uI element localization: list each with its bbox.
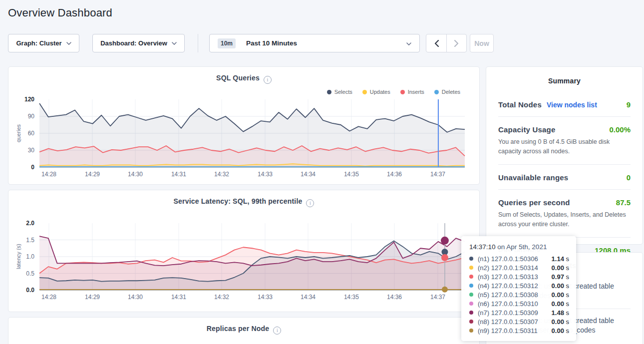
x-axis-tick: 14:37 bbox=[430, 294, 445, 301]
x-axis-tick: 14:34 bbox=[301, 171, 316, 178]
info-icon[interactable]: i bbox=[264, 76, 272, 84]
summary-row-unavailable-ranges: Unavailable ranges 0 bbox=[498, 165, 631, 190]
controls-divider bbox=[198, 34, 198, 52]
replicas-per-node-card: Replicas per Nodei bbox=[8, 317, 480, 344]
dashboard-dropdown[interactable]: Dashboard: Overview bbox=[92, 34, 185, 52]
legend-item[interactable]: Deletes bbox=[434, 89, 460, 95]
now-button[interactable]: Now bbox=[470, 34, 494, 52]
series-color-dot bbox=[469, 311, 473, 315]
y-axis-tick: 0.0 bbox=[8, 286, 34, 294]
time-range-label: Past 10 Minutes bbox=[246, 39, 297, 47]
tooltip-series-row: (n7) 127.0.0.1:503091.48 s bbox=[469, 308, 569, 317]
chevron-down-icon bbox=[172, 42, 177, 45]
chart-title: SQL Queries bbox=[216, 74, 260, 82]
summary-row-capacity: Capacity Usage 0.00% You are using 0 B o… bbox=[498, 117, 631, 165]
tooltip-node-name: (n3) 127.0.0.1:50313 bbox=[478, 273, 538, 281]
tooltip-node-value: 0.00 s bbox=[552, 318, 569, 326]
tooltip-series-row: (n6) 127.0.0.1:503100.00 s bbox=[469, 299, 569, 308]
summary-value: 0.00% bbox=[609, 125, 631, 134]
graph-scope-label: Graph: Cluster bbox=[16, 39, 61, 47]
summary-title: Summary bbox=[486, 67, 643, 85]
tooltip-node-value: 1.14 s bbox=[552, 255, 569, 263]
dashboard-dropdown-label: Dashboard: Overview bbox=[100, 39, 167, 47]
tooltip-node-value: 0.00 s bbox=[552, 291, 569, 299]
x-axis-tick: 14:35 bbox=[344, 171, 359, 178]
chevron-left-icon bbox=[434, 40, 439, 47]
summary-value: 0 bbox=[627, 173, 631, 182]
legend-label: Deletes bbox=[442, 89, 460, 95]
sql-queries-plot[interactable]: 030609012014:2814:2914:3014:3114:3214:33… bbox=[8, 99, 479, 179]
tooltip-node-value: 0.00 s bbox=[552, 300, 569, 308]
x-axis-tick: 14:29 bbox=[85, 171, 100, 178]
x-axis-tick: 14:35 bbox=[344, 294, 359, 301]
tooltip-node-value: 1.48 s bbox=[552, 309, 569, 317]
sql-queries-card: SQL Queriesi SelectsUpdatesInsertsDelete… bbox=[8, 66, 480, 185]
x-axis-tick: 14:30 bbox=[128, 171, 143, 178]
view-nodes-list-link[interactable]: View nodes list bbox=[547, 101, 597, 109]
series-color-dot bbox=[469, 302, 473, 306]
graph-scope-dropdown[interactable]: Graph: Cluster bbox=[8, 34, 79, 52]
tooltip-series-row: (n3) 127.0.0.1:503130.97 s bbox=[469, 272, 569, 281]
summary-label: Queries per second bbox=[498, 198, 570, 207]
x-axis-tick: 14:36 bbox=[387, 294, 402, 301]
summary-row-qps: Queries per second 87.5 Sum of Selects, … bbox=[498, 190, 631, 238]
tooltip-node-name: (n7) 127.0.0.1:50309 bbox=[478, 309, 538, 317]
chart-title: Service Latency: SQL, 99th percentile bbox=[174, 197, 303, 205]
legend-item[interactable]: Inserts bbox=[400, 89, 424, 95]
series-color-dot bbox=[400, 90, 405, 94]
tooltip-node-value: 0.00 s bbox=[552, 282, 569, 290]
chevron-right-icon bbox=[454, 40, 459, 47]
time-range-dropdown[interactable]: 10m Past 10 Minutes bbox=[209, 34, 420, 52]
chevron-down-icon bbox=[66, 42, 71, 45]
tooltip-node-value: 0.00 s bbox=[552, 327, 569, 335]
tooltip-node-value: 0.97 s bbox=[552, 273, 569, 281]
legend-item[interactable]: Selects bbox=[327, 89, 352, 95]
legend-item[interactable]: Updates bbox=[362, 89, 390, 95]
summary-panel: Summary Total Nodes View nodes list 9 Ca… bbox=[486, 66, 643, 245]
x-axis-tick: 14:34 bbox=[301, 294, 316, 301]
tooltip-node-name: (n9) 127.0.0.1:50311 bbox=[478, 327, 538, 335]
y-axis-tick: 1.0 bbox=[8, 253, 34, 261]
tooltip-series-row: (n8) 127.0.0.1:503070.00 s bbox=[469, 317, 569, 326]
summary-description: Sum of Selects, Updates, Inserts, and De… bbox=[498, 210, 631, 230]
x-axis-tick: 14:29 bbox=[85, 294, 100, 301]
tooltip-node-name: (n8) 127.0.0.1:50307 bbox=[478, 318, 538, 326]
tooltip-node-value: 0.00 s bbox=[552, 264, 569, 272]
x-axis-tick: 14:33 bbox=[258, 171, 273, 178]
y-axis-tick: 1.5 bbox=[8, 236, 34, 244]
tooltip-series-row: (n4) 127.0.0.1:503120.00 s bbox=[469, 281, 569, 290]
prev-interval-button[interactable] bbox=[426, 34, 446, 52]
service-latency-plot[interactable]: 0.00.51.01.52.014:2814:2914:3014:3114:32… bbox=[8, 223, 479, 302]
series-color-dot bbox=[469, 329, 473, 333]
info-icon[interactable]: i bbox=[273, 327, 281, 335]
legend-label: Updates bbox=[370, 89, 390, 95]
chart-hover-tooltip: 14:37:10 on Apr 5th, 2021 (n1) 127.0.0.1… bbox=[461, 236, 576, 341]
series-color-dot bbox=[469, 275, 473, 279]
y-axis-tick: 120 bbox=[8, 95, 34, 103]
y-axis-tick: 90 bbox=[8, 112, 34, 120]
page-title: Overview Dashboard bbox=[8, 6, 112, 19]
chevron-down-icon bbox=[406, 42, 411, 45]
x-axis-tick: 14:32 bbox=[214, 171, 229, 178]
x-axis-tick: 14:30 bbox=[128, 294, 143, 301]
summary-value: 87.5 bbox=[616, 198, 631, 207]
series-color-dot bbox=[469, 266, 473, 270]
tooltip-series-row: (n5) 127.0.0.1:503080.00 s bbox=[469, 290, 569, 299]
info-icon[interactable]: i bbox=[306, 199, 314, 207]
legend-label: Inserts bbox=[408, 89, 424, 95]
summary-row-total-nodes: Total Nodes View nodes list 9 bbox=[498, 92, 631, 117]
tooltip-node-name: (n1) 127.0.0.1:50306 bbox=[478, 255, 538, 263]
series-color-dot bbox=[469, 257, 473, 261]
next-interval-button[interactable] bbox=[446, 34, 466, 52]
summary-label: Capacity Usage bbox=[498, 125, 556, 134]
x-axis-tick: 14:28 bbox=[41, 171, 56, 178]
y-axis-tick: 30 bbox=[8, 146, 34, 154]
series-color-dot bbox=[327, 90, 331, 94]
chart-title: Replicas per Node bbox=[207, 325, 270, 333]
time-range-badge: 10m bbox=[218, 38, 236, 48]
y-axis-label: latency (s) bbox=[15, 223, 21, 290]
tooltip-node-name: (n4) 127.0.0.1:50312 bbox=[478, 282, 538, 290]
y-axis-label: queries bbox=[15, 99, 21, 167]
x-axis-tick: 14:31 bbox=[171, 294, 186, 301]
series-color-dot bbox=[362, 90, 367, 94]
